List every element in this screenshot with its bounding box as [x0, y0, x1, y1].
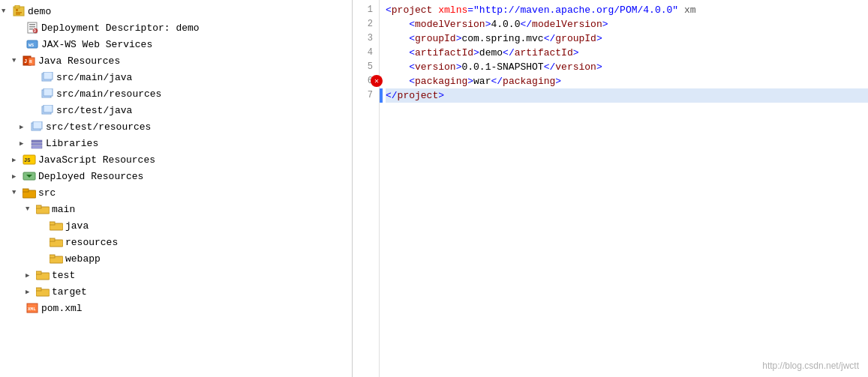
tree-item-libraries[interactable]: ▶ Libraries: [0, 135, 352, 151]
arrow-src-test-resources: ▶: [20, 123, 30, 131]
arrow-java-resources: ▼: [12, 57, 23, 64]
svg-rect-2: [16, 9, 18, 11]
code-line-3: <groupId>com.spring.mvc</groupId>: [386, 31, 868, 46]
tree-label-webapp: webapp: [65, 253, 101, 265]
arrow-main: ▼: [26, 205, 36, 213]
svg-rect-3: [16, 12, 22, 13]
deployed-resources-icon: [23, 170, 36, 182]
main-folder-icon: [36, 203, 50, 215]
tree-item-deployed-resources[interactable]: ▶ Deployed Resources: [0, 168, 352, 184]
tree-label-deployed-resources: Deployed Resources: [38, 171, 143, 182]
project-icon: [12, 5, 26, 17]
tree-item-src-test-resources[interactable]: ▶ src/test/resources: [0, 118, 352, 135]
tree-item-java[interactable]: java: [0, 217, 352, 234]
tree-item-src-main-resources[interactable]: src/main/resources: [0, 85, 352, 102]
watermark: http://blog.csdn.net/jwctt: [762, 361, 859, 371]
tree-label-src-main-resources: src/main/resources: [56, 88, 161, 100]
arrow-src: ▼: [12, 189, 23, 196]
svg-rect-43: [36, 271, 41, 274]
tree-label-deployment: Deployment Descriptor: demo: [41, 22, 200, 34]
java-folder-icon: [50, 220, 63, 232]
svg-rect-6: [29, 24, 35, 25]
code-content[interactable]: <project xmlns="http://maven.apache.org/…: [380, 0, 868, 377]
tree-item-src-test-java[interactable]: src/test/java: [0, 102, 352, 118]
tree-item-target[interactable]: ▶ target: [0, 283, 352, 300]
java-resources-icon: J R: [23, 55, 36, 67]
libraries-icon: [30, 137, 44, 149]
svg-rect-45: [36, 288, 41, 291]
deployment-icon: D: [26, 22, 39, 34]
tree-label-main: main: [52, 204, 75, 215]
svg-rect-27: [32, 146, 42, 148]
svg-text:R: R: [29, 59, 32, 64]
tree-label-demo: demo: [28, 6, 51, 17]
jaxws-icon: WS: [26, 38, 39, 50]
svg-rect-37: [50, 222, 55, 225]
tree-label-src-test-resources: src/test/resources: [46, 121, 151, 133]
arrow-libraries: ▶: [20, 139, 30, 148]
svg-rect-22: [44, 105, 53, 112]
tree-item-demo[interactable]: ▼ demo: [0, 3, 352, 19]
code-line-5: <version>0.0.1-SNAPSHOT</version>: [386, 60, 868, 74]
svg-text:WS: WS: [29, 43, 35, 48]
src-test-java-icon: [41, 104, 54, 116]
tree-label-jaxws: JAX-WS Web Services: [41, 39, 152, 50]
svg-rect-39: [50, 238, 55, 241]
tree-label-js-resources: JavaScript Resources: [38, 154, 155, 166]
tree-label-java-resources: Java Resources: [38, 55, 120, 67]
src-test-resources-icon: [30, 121, 44, 133]
code-line-1: <project xmlns="http://maven.apache.org/…: [386, 3, 868, 17]
svg-text:JS: JS: [24, 157, 30, 163]
pom-xml-icon: XML: [26, 302, 39, 314]
tree-item-src-main-java[interactable]: src/main/java: [0, 69, 352, 85]
webapp-folder-icon: [50, 253, 63, 265]
tree-label-src-test-java: src/test/java: [56, 105, 132, 116]
tree-item-resources[interactable]: resources: [0, 234, 352, 250]
svg-text:D: D: [34, 29, 36, 34]
svg-rect-33: [23, 189, 29, 192]
svg-rect-25: [32, 140, 42, 142]
src-main-resources-icon: [41, 88, 54, 100]
tree-item-js-resources[interactable]: ▶ JS JavaScript Resources: [0, 151, 352, 168]
arrow-test: ▶: [26, 271, 36, 280]
resources-folder-icon: [50, 236, 63, 248]
code-line-2: <modelVersion>4.0.0</modelVersion>: [386, 17, 868, 31]
tree-item-deployment[interactable]: D Deployment Descriptor: demo: [0, 19, 352, 36]
tree-item-java-resources[interactable]: ▼ J R Java Resources: [0, 52, 352, 69]
svg-text:J: J: [24, 58, 27, 64]
tree-label-test: test: [52, 270, 75, 281]
error-icon: ✕: [371, 75, 383, 87]
tree-label-libraries: Libraries: [46, 138, 98, 149]
code-line-7: </project>: [386, 88, 868, 103]
tree-label-target: target: [52, 286, 87, 298]
arrow-deployed-resources: ▶: [12, 172, 23, 181]
tree-label-java: java: [65, 220, 89, 232]
svg-rect-18: [44, 72, 53, 79]
project-explorer[interactable]: ▼ demo D Deployment Descriptor:: [0, 0, 353, 377]
tree-label-pom-xml: pom.xml: [41, 303, 83, 314]
svg-rect-24: [33, 121, 42, 129]
svg-rect-4: [16, 13, 20, 15]
svg-rect-35: [36, 205, 41, 208]
arrow-demo: ▼: [2, 7, 12, 15]
js-resources-icon: JS: [23, 154, 36, 166]
svg-rect-7: [29, 26, 35, 28]
svg-rect-26: [32, 143, 42, 145]
tree-item-webapp[interactable]: webapp: [0, 250, 352, 267]
src-folder-icon: [23, 187, 36, 199]
tree-item-test[interactable]: ▶ test: [0, 267, 352, 283]
line-numbers: 1 2 3 4 5 6 7: [353, 0, 380, 377]
svg-rect-1: [15, 5, 20, 8]
test-folder-icon: [36, 269, 50, 281]
arrow-js-resources: ▶: [12, 156, 23, 164]
tree-item-src[interactable]: ▼ src: [0, 184, 352, 201]
tree-label-resources: resources: [65, 237, 118, 248]
src-main-java-icon: [41, 71, 54, 83]
arrow-target: ▶: [26, 288, 36, 296]
tree-item-main[interactable]: ▼ main: [0, 201, 352, 217]
svg-rect-20: [44, 88, 53, 96]
code-editor[interactable]: 1 2 3 4 5 6 7 <project xmlns="http://mav…: [353, 0, 868, 377]
tree-label-src-main-java: src/main/java: [56, 72, 132, 83]
tree-item-jaxws[interactable]: WS JAX-WS Web Services: [0, 36, 352, 52]
tree-item-pom-xml[interactable]: XML pom.xml: [0, 300, 352, 316]
